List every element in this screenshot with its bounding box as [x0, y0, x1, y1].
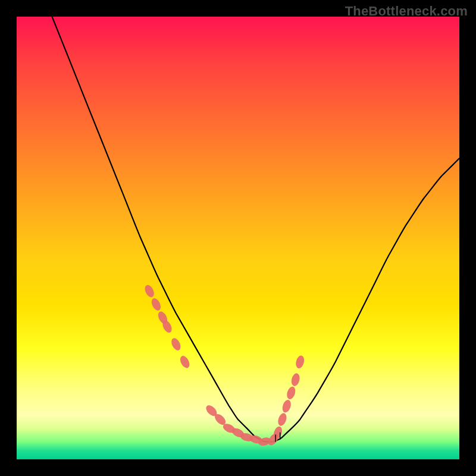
svg-point-18: [290, 372, 301, 387]
plot-area: [17, 17, 459, 459]
svg-point-15: [277, 412, 288, 427]
svg-point-5: [178, 355, 192, 370]
svg-point-16: [281, 399, 292, 414]
svg-point-1: [150, 297, 162, 312]
svg-point-0: [143, 284, 155, 299]
bottleneck-curve: [17, 17, 459, 459]
watermark-text: TheBottleneck.com: [345, 4, 468, 19]
svg-point-4: [170, 337, 182, 352]
svg-point-17: [286, 386, 297, 400]
svg-point-19: [295, 355, 305, 369]
